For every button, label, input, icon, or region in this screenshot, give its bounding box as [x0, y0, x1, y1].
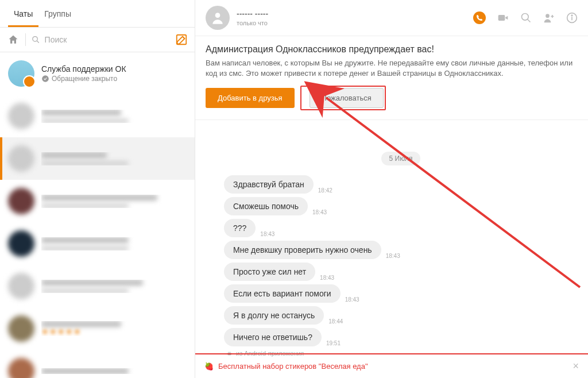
- message-bubble: Мне девкшку проверить нужно очень: [224, 241, 381, 259]
- message-time: 18:43: [260, 231, 274, 237]
- search-icon: [32, 35, 40, 44]
- tab-groups[interactable]: Группы: [38, 0, 77, 27]
- message-time: 18:44: [328, 318, 343, 325]
- sticker-bar[interactable]: 🍓 Бесплатный набор стикеров "Веселая еда…: [195, 353, 588, 378]
- message-row: Мне девкшку проверить нужно очень18:43: [224, 241, 578, 259]
- avatar: [8, 145, 34, 172]
- svg-line-7: [528, 20, 531, 22]
- svg-point-13: [229, 352, 229, 352]
- message-time: 18:42: [318, 187, 332, 194]
- home-icon[interactable]: [7, 34, 20, 45]
- message-row: Здравствуй братан18:42: [224, 175, 578, 194]
- avatar: [8, 188, 34, 214]
- chat-item-blurred[interactable]: [0, 137, 195, 180]
- svg-rect-5: [498, 15, 505, 21]
- chat-item-support[interactable]: Служба поддержки ОК Обращение закрыто: [0, 52, 195, 95]
- search-icon[interactable]: [520, 12, 532, 24]
- message-bubble: Просто уже сил нет: [224, 263, 315, 281]
- chat-item-blurred[interactable]: [0, 265, 195, 307]
- main: ------ ----- только что Администрация Од…: [195, 0, 588, 378]
- message-time: 19:51: [326, 340, 341, 346]
- message-time: 18:43: [386, 253, 400, 259]
- message-row: Если есть вариант помоги18:43: [224, 284, 578, 303]
- message-time: 18:43: [345, 296, 359, 303]
- chat-item-blurred[interactable]: [0, 222, 195, 265]
- warning-text: Вам написал человек, с которым Вы не дру…: [206, 58, 578, 79]
- chat-item-blurred[interactable]: [0, 95, 195, 137]
- avatar: [8, 273, 34, 299]
- sidebar: Чаты Группы Служба поддержки ОК Обращени…: [0, 0, 195, 378]
- annotation-highlight: Пожаловаться: [300, 86, 386, 110]
- chat-item-blurred[interactable]: [0, 180, 195, 222]
- message-bubble: Ничего не ответишь?: [224, 328, 322, 346]
- message-bubble: Сможешь помочь: [224, 197, 308, 215]
- chat-item-title: Служба поддержки ОК: [41, 64, 187, 74]
- avatar: [8, 103, 34, 129]
- divider: [25, 33, 26, 46]
- message-row: Я в долгу не останусь18:44: [224, 306, 578, 325]
- tab-chats[interactable]: Чаты: [8, 0, 38, 27]
- search-row: [0, 28, 195, 52]
- date-separator: 5 Июля: [224, 153, 578, 163]
- call-icon[interactable]: [473, 11, 486, 24]
- message-row: Сможешь помочь18:43: [224, 197, 578, 215]
- message-time: 18:43: [320, 275, 334, 281]
- svg-point-6: [522, 14, 529, 21]
- strawberry-icon: 🍓: [204, 362, 214, 371]
- warning-title: Администрация Одноклассников предупрежда…: [206, 44, 578, 55]
- chat-item-blurred[interactable]: [0, 350, 195, 378]
- close-icon[interactable]: ×: [572, 360, 579, 372]
- svg-point-3: [42, 75, 49, 82]
- compose-icon[interactable]: [175, 33, 188, 46]
- warning-block: Администрация Одноклассников предупрежда…: [195, 36, 588, 120]
- message-row: Просто уже сил нет18:43: [224, 263, 578, 281]
- header-icons: [473, 11, 578, 24]
- svg-point-14: [230, 352, 230, 352]
- message-bubble: Здравствуй братан: [224, 175, 314, 194]
- avatar: [8, 315, 34, 342]
- check-icon: [41, 75, 49, 83]
- messages: 5 Июля Здравствуй братан18:42Сможешь пом…: [195, 120, 588, 378]
- message-time: 18:43: [312, 209, 327, 215]
- message-bubble: ???: [224, 219, 256, 237]
- complain-button[interactable]: Пожаловаться: [310, 88, 384, 108]
- search-input[interactable]: [45, 35, 175, 44]
- add-user-icon[interactable]: [543, 12, 555, 24]
- chat-item-blurred[interactable]: ★★★★★: [0, 307, 195, 350]
- tabs: Чаты Группы: [0, 0, 195, 28]
- add-friend-button[interactable]: Добавить в друзья: [206, 88, 295, 108]
- message-bubble: Если есть вариант помоги: [224, 284, 341, 303]
- avatar-support: [8, 60, 34, 87]
- message-row: Ничего не ответишь?19:51: [224, 328, 578, 346]
- contact-name: ------ -----: [237, 9, 268, 18]
- svg-point-0: [33, 37, 37, 41]
- chat-header: ------ ----- только что: [195, 0, 588, 36]
- svg-rect-2: [177, 35, 187, 45]
- svg-line-1: [37, 41, 39, 43]
- video-icon[interactable]: [497, 12, 509, 24]
- chat-item-sub: Обращение закрыто: [41, 75, 187, 83]
- info-icon[interactable]: [566, 12, 578, 24]
- chat-list: Служба поддержки ОК Обращение закрыто: [0, 52, 195, 378]
- message-bubble: Я в долгу не останусь: [224, 306, 324, 325]
- avatar[interactable]: [206, 6, 230, 30]
- avatar: [8, 230, 34, 257]
- contact-sub: только что: [237, 20, 268, 26]
- avatar: [8, 358, 34, 378]
- svg-point-4: [215, 13, 220, 18]
- message-row: ???18:43: [224, 219, 578, 237]
- svg-point-11: [571, 15, 572, 16]
- svg-point-8: [546, 14, 550, 18]
